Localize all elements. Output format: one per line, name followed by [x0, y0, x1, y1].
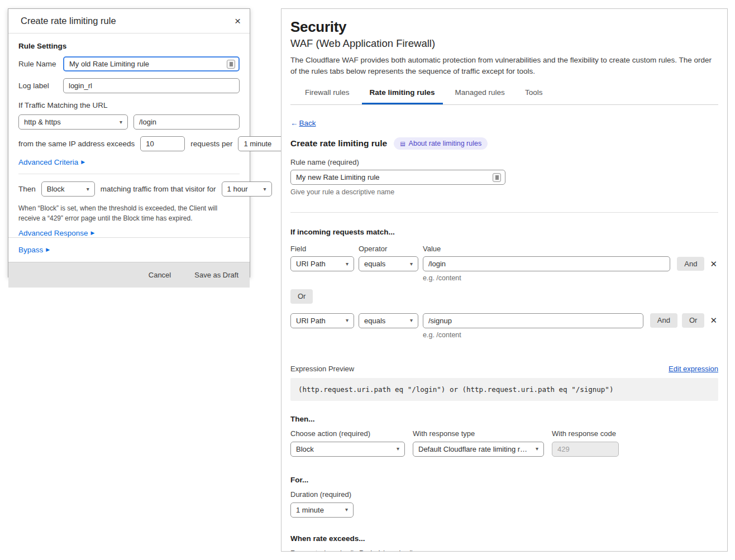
divider	[18, 174, 240, 174]
operator-label: Operator	[359, 245, 423, 253]
field-select-value: URI Path	[296, 260, 326, 268]
traffic-matching-heading: If Traffic Matching the URL	[18, 101, 240, 109]
autofill-icon[interactable]	[227, 60, 235, 69]
incoming-requests-heading: If incoming requests match...	[290, 228, 718, 236]
field-select[interactable]: URI Path ▾	[290, 313, 354, 328]
period-select-value: 1 minute	[244, 140, 271, 148]
chevron-down-icon: ▾	[410, 318, 413, 323]
chevron-down-icon: ▾	[346, 318, 349, 323]
and-button[interactable]: And	[677, 257, 704, 271]
close-icon[interactable]: ×	[235, 16, 241, 26]
rate-exceeds-heading: When rate exceeds...	[290, 534, 718, 543]
choose-action-col: Choose action (required) Block ▾	[290, 429, 405, 457]
response-code-input	[552, 442, 619, 457]
advanced-criteria-link[interactable]: Advanced Criteria ▶	[18, 158, 85, 166]
response-type-label: With response type	[413, 429, 544, 438]
advanced-response-label: Advanced Response	[18, 229, 88, 237]
or-button[interactable]: Or	[290, 289, 313, 304]
exceeds-text: from the same IP address exceeds	[18, 140, 135, 148]
advanced-criteria-label: Advanced Criteria	[18, 158, 78, 166]
advanced-response-link[interactable]: Advanced Response ▶	[18, 229, 95, 237]
back-link[interactable]: ←Back	[290, 119, 316, 127]
value-help: e.g. /content	[423, 331, 718, 339]
page-description: The Cloudflare WAF provides both automat…	[290, 55, 718, 76]
field-label: Field	[290, 245, 359, 253]
rule-name-help: Give your rule a descriptive name	[290, 188, 718, 196]
chevron-down-icon: ▾	[345, 507, 348, 513]
bypass-link[interactable]: Bypass ▶	[18, 246, 50, 254]
operator-select[interactable]: equals ▾	[359, 313, 418, 328]
operator-select-value: equals	[364, 317, 385, 325]
about-rate-limiting-badge[interactable]: ▤ About rate limiting rules	[394, 137, 488, 150]
then-label: Then	[18, 185, 36, 193]
remove-condition-icon[interactable]: ✕	[709, 315, 718, 326]
chevron-down-icon: ▾	[264, 186, 266, 192]
remove-condition-icon[interactable]: ✕	[709, 259, 718, 269]
url-match-row: http & https ▾	[18, 114, 240, 130]
scheme-select[interactable]: http & https ▾	[18, 114, 128, 130]
expression-preview-row: Expression Preview Edit expression	[290, 365, 718, 373]
duration-label: Duration (required)	[290, 490, 718, 499]
tab-managed-rules[interactable]: Managed rules	[447, 86, 513, 104]
requests-count-input[interactable]	[140, 136, 185, 151]
rule-name-input[interactable]	[63, 56, 240, 71]
and-button[interactable]: And	[650, 313, 677, 328]
value-input[interactable]	[423, 313, 643, 328]
tab-tools[interactable]: Tools	[517, 86, 551, 104]
triangle-right-icon: ▶	[81, 159, 85, 165]
action-select[interactable]: Block ▾	[41, 181, 95, 197]
threshold-row: from the same IP address exceeds request…	[18, 136, 240, 151]
waf-tabs: Firewall rules Rate limiting rules Manag…	[290, 86, 718, 105]
rule-name-input[interactable]	[290, 170, 505, 185]
action-select-value: Block	[47, 185, 65, 193]
or-button[interactable]: Or	[682, 313, 704, 328]
rule-name-input-wrap	[63, 56, 240, 71]
back-label: Back	[299, 119, 316, 127]
tab-firewall-rules[interactable]: Firewall rules	[297, 86, 357, 104]
response-type-select[interactable]: Default Cloudflare rate limiting respons…	[413, 442, 544, 457]
response-type-col: With response type Default Cloudflare ra…	[413, 429, 544, 457]
requests-input-wrap	[140, 136, 185, 151]
chevron-down-icon: ▾	[397, 446, 399, 452]
tab-rate-limiting-rules[interactable]: Rate limiting rules	[362, 86, 443, 104]
period-label: Period (required)	[359, 549, 414, 552]
triangle-right-icon: ▶	[46, 247, 50, 252]
block-duration-select[interactable]: 1 hour ▾	[222, 181, 272, 197]
value-help: e.g. /content	[423, 274, 718, 282]
chevron-down-icon: ▾	[120, 119, 122, 125]
rule-settings-heading: Rule Settings	[18, 42, 240, 50]
edit-expression-link[interactable]: Edit expression	[669, 365, 718, 373]
response-type-value: Default Cloudflare rate limiting respons…	[418, 445, 531, 453]
dialog-footer: Cancel Save as Draft	[8, 262, 250, 288]
expression-code: (http.request.uri.path eq "/login") or (…	[290, 378, 718, 401]
field-select[interactable]: URI Path ▾	[290, 256, 354, 271]
choose-action-select[interactable]: Block ▾	[290, 442, 405, 457]
create-rule-heading: Create rate limiting rule	[290, 138, 387, 149]
legacy-rate-limit-dialog: Create rate limiting rule × Rule Setting…	[8, 8, 250, 277]
security-waf-panel: Security WAF (Web Application Firewall) …	[281, 8, 728, 552]
expression-preview-label: Expression Preview	[290, 365, 354, 373]
then-action-row: Then Block ▾ matching traffic from that …	[18, 181, 240, 197]
chevron-down-icon: ▾	[410, 261, 413, 267]
requests-label: Requests (required)	[290, 549, 359, 552]
duration-select[interactable]: 1 minute ▾	[290, 502, 354, 518]
back-arrow-icon: ←	[290, 119, 298, 127]
value-input[interactable]	[423, 256, 670, 271]
field-select-value: URI Path	[296, 317, 326, 325]
condition-row: URI Path ▾ equals ▾ And ✕	[290, 256, 718, 271]
cancel-button[interactable]: Cancel	[149, 271, 171, 279]
value-input-wrap	[423, 313, 643, 328]
rule-name-input-wrap	[290, 170, 505, 185]
operator-select-value: equals	[364, 260, 385, 268]
value-label: Value	[423, 245, 441, 253]
condition-column-labels: Field Operator Value	[290, 245, 718, 253]
divider	[290, 212, 718, 213]
dialog-header: Create rate limiting rule ×	[8, 9, 250, 33]
form-heading-row: Create rate limiting rule ▤ About rate l…	[290, 137, 718, 150]
url-input[interactable]	[133, 114, 240, 130]
bypass-label: Bypass	[18, 246, 43, 254]
save-as-draft-button[interactable]: Save as Draft	[194, 271, 238, 279]
log-label-input[interactable]	[63, 78, 240, 93]
autofill-icon[interactable]	[493, 173, 501, 182]
operator-select[interactable]: equals ▾	[359, 256, 418, 271]
